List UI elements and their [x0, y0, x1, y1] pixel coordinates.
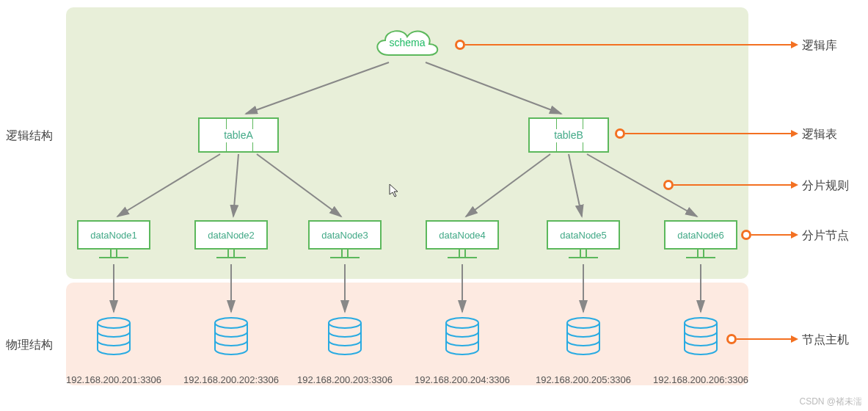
datanode-1-label: dataNode1 [90, 230, 137, 241]
svg-point-5 [685, 318, 717, 328]
legend-dot-table [615, 128, 625, 139]
legend-dot-rule [663, 180, 674, 190]
host-3-ip: 192.168.200.203:3306 [290, 374, 400, 385]
db-host-4-icon [440, 316, 484, 360]
host-1-ip: 192.168.200.201:3306 [59, 374, 169, 385]
datanode-5-label: dataNode5 [560, 230, 607, 241]
legend-arrow-schema [791, 41, 798, 48]
db-host-5-icon [561, 316, 605, 360]
legend-arrow-node [791, 231, 798, 239]
host-5-ip: 192.168.200.205:3306 [528, 374, 638, 385]
legend-arrow-host [791, 335, 798, 343]
datanode-6: dataNode6 [664, 220, 737, 264]
table-b-label: tableB [530, 129, 608, 142]
datanode-3-label: dataNode3 [321, 230, 368, 241]
legend-line-table [625, 133, 792, 134]
legend-dot-node [741, 230, 751, 240]
schema-label: schema [367, 37, 448, 48]
physical-structure-label: 物理结构 [0, 338, 59, 353]
datanode-1: dataNode1 [77, 220, 150, 264]
datanode-5: dataNode5 [547, 220, 620, 264]
datanode-6-label: dataNode6 [677, 230, 724, 241]
db-host-3-icon [323, 316, 367, 360]
host-4-ip: 192.168.200.204:3306 [407, 374, 517, 385]
legend-arrow-rule [791, 181, 798, 189]
legend-dot-schema [455, 40, 465, 50]
db-host-1-icon [92, 316, 136, 360]
table-a-label: tableA [200, 129, 277, 142]
db-host-6-icon [679, 316, 723, 360]
legend-line-node [751, 234, 792, 236]
table-a: tableA [198, 117, 279, 153]
datanode-2: dataNode2 [194, 220, 268, 264]
mouse-cursor-icon [389, 183, 401, 201]
svg-point-1 [215, 318, 247, 328]
legend-label-host: 节点主机 [802, 332, 861, 348]
datanode-4-label: dataNode4 [439, 230, 486, 241]
host-2-ip: 192.168.200.202:3306 [176, 374, 286, 385]
svg-point-0 [98, 318, 130, 328]
logical-structure-label: 逻辑结构 [0, 128, 59, 144]
physical-panel [66, 283, 748, 385]
table-b: tableB [528, 117, 609, 153]
svg-point-4 [567, 318, 599, 328]
legend-dot-host [726, 334, 737, 344]
legend-label-schema: 逻辑库 [802, 38, 861, 54]
datanode-3: dataNode3 [308, 220, 382, 264]
legend-line-schema [465, 44, 792, 46]
legend-line-host [737, 338, 792, 340]
datanode-4: dataNode4 [426, 220, 499, 264]
watermark: CSDN @褚未濡 [799, 396, 862, 408]
host-6-ip: 192.168.200.206:3306 [646, 374, 756, 385]
legend-label-node: 分片节点 [802, 228, 861, 244]
legend-label-rule: 分片规则 [802, 178, 861, 194]
svg-point-2 [329, 318, 361, 328]
legend-arrow-table [791, 130, 798, 137]
legend-label-table: 逻辑表 [802, 127, 861, 142]
datanode-2-label: dataNode2 [208, 230, 255, 241]
db-host-2-icon [209, 316, 253, 360]
legend-line-rule [674, 184, 792, 186]
svg-point-3 [446, 318, 478, 328]
